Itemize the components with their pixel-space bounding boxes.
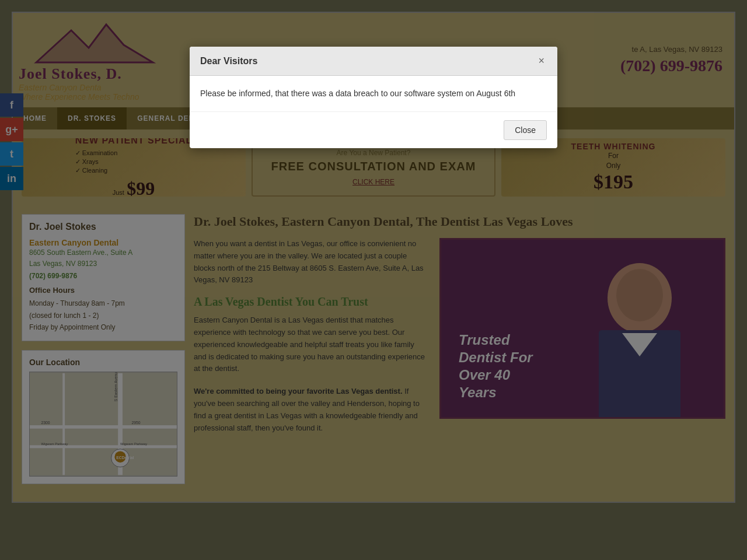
modal-dialog: Dear Visitors × Please be informed, that… (190, 47, 557, 148)
modal-message: Please be informed, that there was a dat… (200, 89, 515, 98)
modal-close-button[interactable]: Close (504, 120, 547, 140)
modal-header: Dear Visitors × (190, 47, 557, 76)
modal-overlay: Dear Visitors × Please be informed, that… (0, 0, 747, 514)
modal-body: Please be informed, that there was a dat… (190, 76, 557, 111)
modal-footer: Close (190, 111, 557, 148)
modal-title: Dear Visitors (200, 56, 257, 66)
modal-close-x-button[interactable]: × (536, 55, 547, 67)
